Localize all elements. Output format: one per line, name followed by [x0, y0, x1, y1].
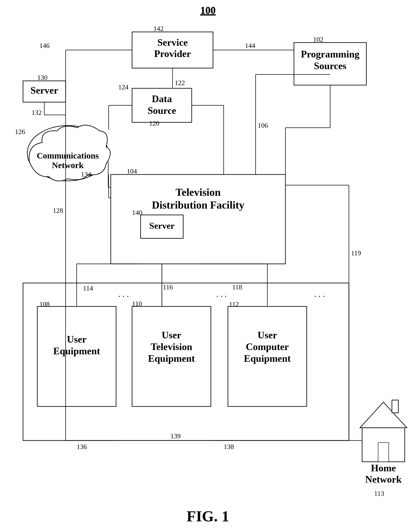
svg-text:User: User [67, 334, 87, 345]
svg-text:146: 146 [40, 42, 50, 49]
svg-text:Network: Network [52, 161, 84, 170]
svg-text:FIG. 1: FIG. 1 [187, 508, 229, 525]
svg-text:Sources: Sources [314, 60, 347, 71]
svg-text:114: 114 [83, 284, 93, 292]
svg-text:118: 118 [232, 283, 242, 291]
svg-text:Equipment: Equipment [244, 353, 291, 364]
svg-text:Service: Service [157, 37, 188, 48]
svg-text:144: 144 [245, 42, 255, 49]
svg-text:120: 120 [149, 119, 159, 127]
svg-text:140: 140 [132, 209, 142, 216]
svg-text:119: 119 [351, 249, 361, 257]
svg-text:Home: Home [371, 463, 396, 474]
svg-text:Network: Network [365, 474, 402, 485]
svg-text:113: 113 [374, 490, 384, 497]
svg-text:128: 128 [53, 207, 63, 214]
svg-text:Computer: Computer [246, 341, 289, 352]
svg-text:. . .: . . . [216, 289, 227, 299]
svg-text:130: 130 [37, 74, 48, 81]
svg-rect-60 [392, 400, 398, 413]
svg-text:Television: Television [176, 186, 221, 198]
svg-text:104: 104 [127, 167, 137, 175]
svg-text:Data: Data [152, 94, 172, 104]
svg-text:Equipment: Equipment [53, 346, 100, 356]
svg-rect-44 [37, 306, 116, 407]
svg-text:108: 108 [40, 300, 50, 308]
svg-text:. . .: . . . [314, 289, 325, 299]
svg-text:142: 142 [153, 25, 164, 32]
svg-text:Source: Source [148, 105, 176, 116]
svg-text:Server: Server [30, 85, 58, 96]
diagram-title: 100 [200, 4, 216, 16]
svg-text:139: 139 [170, 432, 181, 440]
svg-rect-61 [378, 443, 389, 462]
svg-text:102: 102 [313, 36, 323, 43]
svg-text:132: 132 [31, 109, 42, 116]
svg-text:106: 106 [258, 122, 268, 129]
svg-text:122: 122 [175, 79, 185, 87]
svg-text:Equipment: Equipment [148, 353, 195, 364]
svg-text:Programming: Programming [301, 49, 359, 60]
svg-text:Distribution Facility: Distribution Facility [152, 199, 245, 211]
svg-text:Server: Server [149, 221, 175, 231]
svg-text:. . .: . . . [118, 289, 129, 299]
svg-text:User: User [162, 330, 181, 341]
svg-text:112: 112 [229, 300, 239, 308]
svg-text:126: 126 [15, 128, 25, 135]
svg-marker-59 [360, 402, 407, 428]
svg-text:User: User [258, 330, 277, 341]
svg-text:110: 110 [132, 300, 142, 307]
svg-text:Provider: Provider [154, 48, 191, 59]
svg-text:116: 116 [163, 283, 173, 291]
svg-text:136: 136 [77, 443, 87, 450]
svg-text:138: 138 [224, 443, 234, 450]
svg-text:Communications: Communications [37, 151, 99, 161]
svg-text:134: 134 [81, 171, 91, 178]
svg-text:Television: Television [151, 341, 192, 352]
svg-text:124: 124 [118, 83, 129, 91]
